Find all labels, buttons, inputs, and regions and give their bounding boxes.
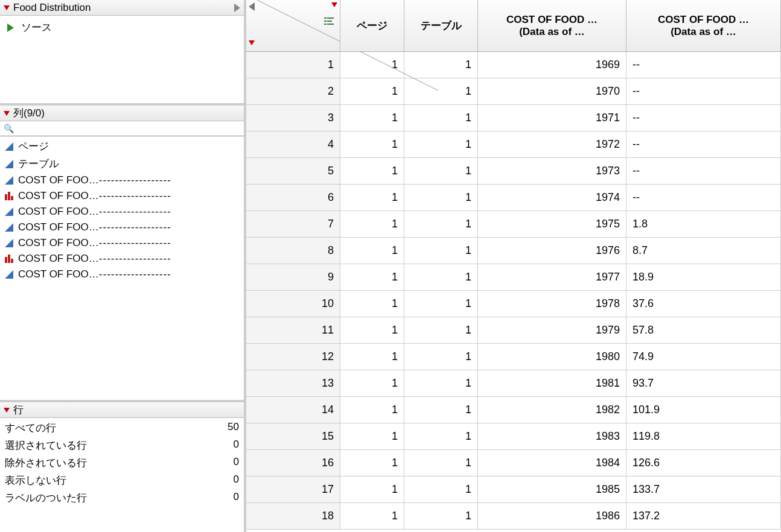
table-row[interactable]: 17111985133.7 [246, 477, 781, 503]
column-item[interactable]: COST OF FOO…------------------ [0, 188, 244, 204]
cell-rownum[interactable]: 14 [246, 397, 340, 423]
header-cost1[interactable]: COST OF FOOD … (Data as of … [478, 0, 626, 51]
cell-cost2[interactable]: 1.8 [626, 211, 781, 237]
cell-table[interactable]: 1 [404, 397, 478, 423]
disclosure-icon[interactable] [4, 111, 10, 116]
cell-cost1[interactable]: 1972 [478, 131, 626, 157]
cell-page[interactable]: 1 [340, 450, 404, 476]
cell-cost2[interactable]: 74.9 [626, 344, 781, 370]
cell-cost2[interactable]: 37.6 [626, 291, 781, 317]
table-row[interactable]: 1211198074.9 [246, 344, 781, 370]
cell-cost2[interactable]: 57.8 [626, 317, 781, 343]
table-row[interactable]: 81119768.7 [246, 238, 781, 264]
cell-rownum[interactable]: 4 [246, 131, 340, 157]
table-row[interactable]: 911197718.9 [246, 264, 781, 291]
cell-table[interactable]: 1 [404, 105, 478, 131]
cell-table[interactable]: 1 [404, 450, 478, 476]
disclosure-icon[interactable] [4, 5, 10, 10]
grid-body[interactable]: 1111969--2111970--3111971--4111972--5111… [246, 52, 781, 532]
table-row[interactable]: 15111983119.8 [246, 423, 781, 450]
cell-rownum[interactable]: 12 [246, 344, 340, 370]
table-row[interactable]: 18111986137.2 [246, 503, 781, 530]
table-row[interactable]: 16111984126.6 [246, 450, 781, 477]
table-row[interactable]: 1111969-- [246, 52, 781, 78]
cell-rownum[interactable]: 18 [246, 503, 340, 529]
source-item[interactable]: ソース [1, 18, 243, 37]
back-icon[interactable] [249, 2, 255, 11]
cell-table[interactable]: 1 [404, 238, 478, 264]
cell-cost1[interactable]: 1985 [478, 477, 626, 502]
cell-cost2[interactable]: -- [626, 185, 781, 211]
cell-page[interactable]: 1 [340, 185, 404, 211]
cell-table[interactable]: 1 [404, 131, 478, 157]
columns-panel-header[interactable]: 列(9/0) [0, 106, 244, 121]
cell-table[interactable]: 1 [404, 344, 478, 370]
cell-rownum[interactable]: 13 [246, 370, 340, 396]
cell-cost1[interactable]: 1971 [478, 105, 626, 131]
table-row[interactable]: 14111982101.9 [246, 397, 781, 423]
cell-table[interactable]: 1 [404, 185, 478, 211]
table-row[interactable]: 1311198193.7 [246, 370, 781, 397]
column-item[interactable]: COST OF FOO…------------------ [0, 220, 244, 235]
cell-page[interactable]: 1 [340, 344, 404, 370]
cell-rownum[interactable]: 8 [246, 238, 340, 264]
cell-cost2[interactable]: 137.2 [626, 503, 781, 529]
cell-rownum[interactable]: 5 [246, 158, 340, 184]
cell-page[interactable]: 1 [340, 503, 404, 529]
cell-cost1[interactable]: 1983 [478, 423, 626, 449]
cell-cost1[interactable]: 1977 [478, 264, 626, 290]
cell-rownum[interactable]: 11 [246, 317, 340, 343]
table-row[interactable]: 6111974-- [246, 185, 781, 211]
table-row[interactable]: 3111971-- [246, 105, 781, 131]
cell-rownum[interactable]: 2 [246, 78, 340, 104]
cell-page[interactable]: 1 [340, 78, 404, 104]
cell-cost1[interactable]: 1973 [478, 158, 626, 184]
cell-cost1[interactable]: 1969 [478, 52, 626, 78]
row-menu-icon[interactable] [249, 40, 255, 45]
table-row[interactable]: 4111972-- [246, 131, 781, 158]
rows-stat[interactable]: 選択されている行0 [4, 437, 240, 454]
column-item[interactable]: COST OF FOO…------------------ [0, 204, 244, 220]
cell-table[interactable]: 1 [404, 52, 478, 78]
header-cost2[interactable]: COST OF FOOD … (Data as of … [626, 0, 781, 51]
cell-table[interactable]: 1 [404, 211, 478, 237]
cell-cost2[interactable]: 93.7 [626, 370, 781, 396]
rows-stat[interactable]: すべての行50 [4, 419, 240, 437]
table-row[interactable]: 71119751.8 [246, 211, 781, 238]
cell-page[interactable]: 1 [340, 291, 404, 317]
cell-cost2[interactable]: 133.7 [626, 477, 781, 502]
cell-page[interactable]: 1 [340, 158, 404, 184]
cell-page[interactable]: 1 [340, 317, 404, 343]
cell-cost1[interactable]: 1982 [478, 397, 626, 423]
cell-rownum[interactable]: 15 [246, 423, 340, 449]
cell-cost2[interactable]: 126.6 [626, 450, 781, 476]
cell-rownum[interactable]: 7 [246, 211, 340, 237]
column-search[interactable]: 🔍 [0, 121, 244, 136]
disclosure-icon[interactable] [4, 408, 10, 413]
cell-cost2[interactable]: -- [626, 105, 781, 131]
cell-table[interactable]: 1 [404, 477, 478, 502]
cell-cost1[interactable]: 1984 [478, 450, 626, 476]
cell-page[interactable]: 1 [340, 264, 404, 290]
cell-cost1[interactable]: 1979 [478, 317, 626, 343]
cell-cost1[interactable]: 1970 [478, 78, 626, 104]
column-item[interactable]: テーブル [0, 155, 244, 173]
column-item[interactable]: COST OF FOO…------------------ [0, 267, 244, 282]
cell-page[interactable]: 1 [340, 370, 404, 396]
cell-rownum[interactable]: 16 [246, 450, 340, 476]
cell-table[interactable]: 1 [404, 78, 478, 104]
cell-cost2[interactable]: 18.9 [626, 264, 781, 290]
column-item[interactable]: COST OF FOO…------------------ [0, 235, 244, 251]
rows-stat[interactable]: 除外されている行0 [4, 454, 240, 472]
column-item[interactable]: COST OF FOO…------------------ [0, 173, 244, 188]
column-item[interactable]: ページ [0, 138, 244, 155]
cell-table[interactable]: 1 [404, 503, 478, 529]
cell-cost1[interactable]: 1978 [478, 291, 626, 317]
cell-page[interactable]: 1 [340, 423, 404, 449]
cell-cost1[interactable]: 1976 [478, 238, 626, 264]
header-table[interactable]: テーブル [404, 0, 478, 51]
column-item[interactable]: COST OF FOO…------------------ [0, 251, 244, 267]
cell-cost2[interactable]: 119.8 [626, 423, 781, 449]
table-panel-header[interactable]: Food Distribution [0, 0, 244, 16]
cell-page[interactable]: 1 [340, 477, 404, 502]
